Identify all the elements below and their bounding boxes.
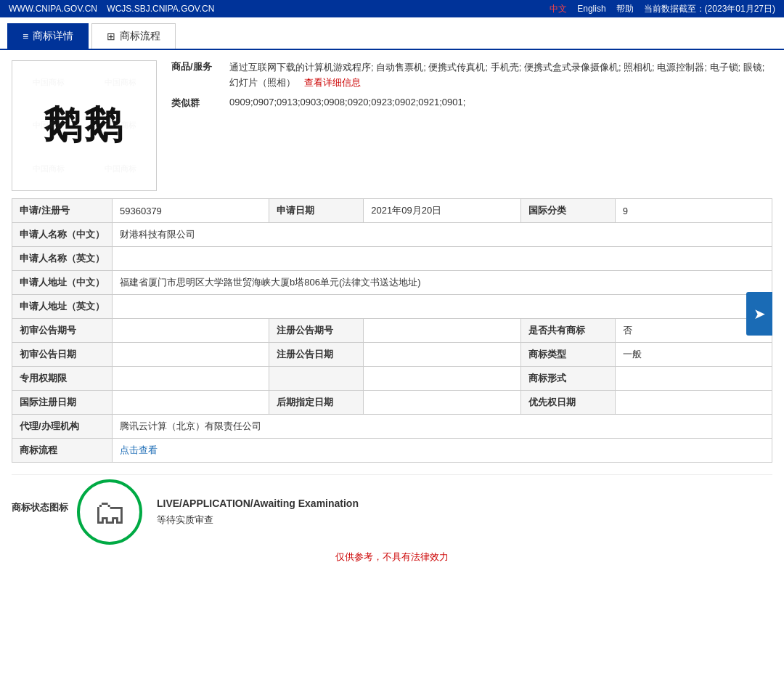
tabs-container: ≡ 商标详情 ⊞ 商标流程: [0, 17, 784, 50]
next-arrow-button[interactable]: ➤: [746, 292, 772, 336]
status-cn-text: 等待实质审查: [157, 513, 359, 527]
lang-en-button[interactable]: English: [577, 4, 605, 14]
table-cell-0: 初审公告期号: [12, 319, 113, 343]
table-row: 代理/办理机构腾讯云计算（北京）有限责任公司: [12, 415, 772, 439]
status-content: 🗂 LIVE/APPLICATION/Awaiting Examination …: [77, 479, 359, 545]
table-row: 申请人地址（中文）福建省厦门市思明区大学路世贸海峡大厦b塔806单元(法律文书送…: [12, 271, 772, 295]
content-relative: 中国商标中国商标 中国商标中国商标 中国商标中国商标 鹅鹅 商品/服务 通过互联…: [12, 60, 772, 567]
date-label: 当前数据截至：(2023年01月27日): [644, 3, 775, 15]
help-button[interactable]: 帮助: [616, 3, 634, 15]
main-wrapper: ≡ 商标详情 ⊞ 商标流程 中国商标中国商标 中国商标中国商标 中国商标中国商标: [0, 17, 784, 577]
status-section-label: 商标状态图标: [12, 479, 70, 514]
info-table: 申请/注册号59360379申请日期2021年09月20日国际分类9申请人名称（…: [12, 198, 772, 463]
table-cell-2: 申请日期: [269, 199, 364, 223]
content-area: 中国商标中国商标 中国商标中国商标 中国商标中国商标 鹅鹅 商品/服务 通过互联…: [0, 50, 784, 577]
table-cell-0: 代理/办理机构: [12, 415, 113, 439]
lei-si-qun-row: 类似群 0909;0907;0913;0903;0908;0920;0923;0…: [171, 97, 772, 110]
table-row: 初审公告日期注册公告日期商标类型一般: [12, 343, 772, 367]
table-cell-2: 注册公告日期: [269, 343, 364, 367]
table-cell-0: 申请人名称（英文）: [12, 247, 113, 271]
table-cell-0: 申请人地址（英文）: [12, 295, 113, 319]
status-en-text: LIVE/APPLICATION/Awaiting Examination: [157, 498, 359, 509]
table-cell-1: [113, 367, 269, 391]
tab-process-icon: ⊞: [107, 31, 115, 42]
table-row: 国际注册日期后期指定日期优先权日期: [12, 391, 772, 415]
table-cell-4: 商标类型: [520, 343, 615, 367]
table-cell-1: [113, 247, 772, 271]
table-cell-3: [364, 319, 520, 343]
table-cell-1: 点击查看: [113, 439, 772, 463]
table-cell-5: 一般: [615, 343, 772, 367]
table-cell-3: [364, 391, 520, 415]
table-cell-1: [113, 295, 772, 319]
goods-services-label: 商品/服务: [171, 60, 222, 91]
table-row: 申请/注册号59360379申请日期2021年09月20日国际分类9: [12, 199, 772, 223]
table-cell-0: 商标流程: [12, 439, 113, 463]
site1-label: WWW.CNIPA.GOV.CN: [9, 4, 97, 14]
goods-services-row: 商品/服务 通过互联网下载的计算机游戏程序; 自动售票机; 便携式传真机; 手机…: [171, 60, 772, 91]
table-row: 申请人地址（英文）: [12, 295, 772, 319]
topbar-right: 中文 English 帮助 当前数据截至：(2023年01月27日): [550, 3, 775, 15]
arrow-right-icon: ➤: [754, 305, 766, 322]
folder-icon: 🗂: [93, 495, 126, 529]
status-text-box: LIVE/APPLICATION/Awaiting Examination 等待…: [157, 498, 359, 527]
table-cell-1: 59360379: [113, 199, 269, 223]
topbar-sites: WWW.CNIPA.GOV.CN WCJS.SBJ.CNIPA.GOV.CN: [9, 4, 550, 14]
table-cell-1: [113, 391, 269, 415]
table-cell-0: 申请人名称（中文）: [12, 223, 113, 247]
status-section: 商标状态图标 🗂 LIVE/APPLICATION/Awaiting Exami…: [12, 474, 772, 545]
disclaimer-text: 仅供参考，不具有法律效力: [12, 545, 772, 567]
table-row: 申请人名称（中文）财港科技有限公司: [12, 223, 772, 247]
table-cell-1: 财港科技有限公司: [113, 223, 772, 247]
table-cell-3: [364, 343, 520, 367]
table-cell-0: 专用权期限: [12, 367, 113, 391]
table-row: 商标流程点击查看: [12, 439, 772, 463]
table-cell-4: 优先权日期: [520, 391, 615, 415]
table-cell-4: 是否共有商标: [520, 319, 615, 343]
lei-si-qun-label: 类似群: [171, 97, 222, 110]
table-cell-0: 申请/注册号: [12, 199, 113, 223]
lang-cn-button[interactable]: 中文: [550, 3, 567, 15]
table-cell-4: 国际分类: [520, 199, 615, 223]
table-row: 专用权期限商标形式: [12, 367, 772, 391]
tab-trademark-detail[interactable]: ≡ 商标详情: [7, 23, 89, 49]
trademark-image-text: 鹅鹅: [44, 100, 125, 151]
goods-services-value: 通过互联网下载的计算机游戏程序; 自动售票机; 便携式传真机; 手机壳; 便携式…: [229, 60, 772, 91]
trademark-process-link[interactable]: 点击查看: [120, 444, 158, 455]
table-cell-1: [113, 319, 269, 343]
table-cell-1: [113, 343, 269, 367]
table-cell-2: 注册公告期号: [269, 319, 364, 343]
lei-si-qun-value: 0909;0907;0913;0903;0908;0920;0923;0902;…: [229, 97, 465, 110]
table-cell-4: 商标形式: [520, 367, 615, 391]
table-cell-3: 2021年09月20日: [364, 199, 520, 223]
table-cell-3: [364, 367, 520, 391]
table-cell-2: 后期指定日期: [269, 391, 364, 415]
table-cell-0: 申请人地址（中文）: [12, 271, 113, 295]
table-row: 申请人名称（英文）: [12, 247, 772, 271]
trademark-image-box: 中国商标中国商标 中国商标中国商标 中国商标中国商标 鹅鹅: [12, 60, 157, 191]
table-cell-2: [269, 367, 364, 391]
status-icon-box: 🗂: [77, 479, 142, 545]
table-cell-5: 9: [615, 199, 772, 223]
table-cell-1: 福建省厦门市思明区大学路世贸海峡大厦b塔806单元(法律文书送达地址): [113, 271, 772, 295]
table-cell-5: [615, 367, 772, 391]
table-cell-0: 初审公告日期: [12, 343, 113, 367]
tab-trademark-process[interactable]: ⊞ 商标流程: [91, 23, 176, 49]
table-row: 初审公告期号注册公告期号是否共有商标否: [12, 319, 772, 343]
tab-detail-icon: ≡: [23, 31, 28, 42]
table-cell-5: [615, 391, 772, 415]
topbar: WWW.CNIPA.GOV.CN WCJS.SBJ.CNIPA.GOV.CN 中…: [0, 0, 784, 17]
page-container: WWW.CNIPA.GOV.CN WCJS.SBJ.CNIPA.GOV.CN 中…: [0, 0, 784, 674]
top-section: 中国商标中国商标 中国商标中国商标 中国商标中国商标 鹅鹅 商品/服务 通过互联…: [12, 60, 772, 191]
view-detail-link[interactable]: 查看详细信息: [304, 77, 361, 88]
table-cell-1: 腾讯云计算（北京）有限责任公司: [113, 415, 772, 439]
goods-services-box: 商品/服务 通过互联网下载的计算机游戏程序; 自动售票机; 便携式传真机; 手机…: [171, 60, 772, 191]
tab-detail-label: 商标详情: [33, 30, 73, 43]
table-cell-0: 国际注册日期: [12, 391, 113, 415]
tab-process-label: 商标流程: [120, 30, 160, 43]
site2-label: WCJS.SBJ.CNIPA.GOV.CN: [107, 4, 214, 14]
